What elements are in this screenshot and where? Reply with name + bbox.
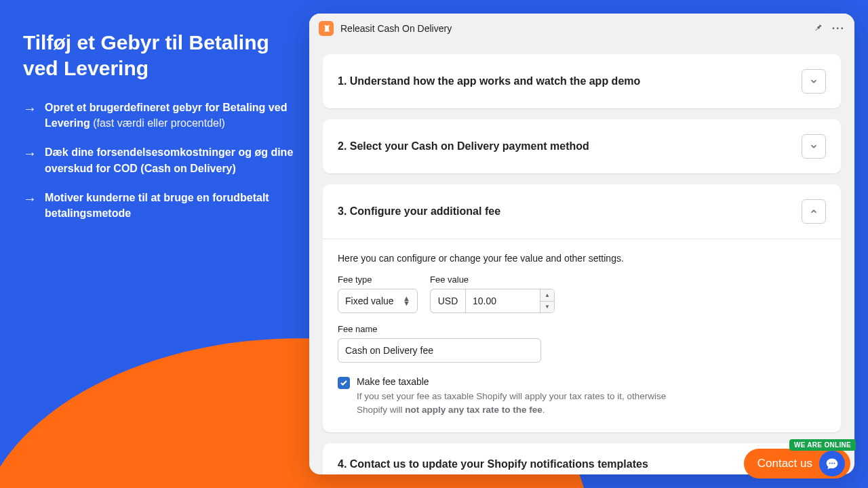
step-down-button[interactable]: ▼ xyxy=(540,302,554,313)
panel-2: 2. Select your Cash on Delivery payment … xyxy=(323,119,841,174)
titlebar: Releasit Cash On Delivery ··· xyxy=(309,14,854,43)
svg-point-1 xyxy=(831,463,833,464)
fee-name-input[interactable]: Cash on Delivery fee xyxy=(338,338,541,363)
bullet-3: → Motiver kunderne til at bruge en forud… xyxy=(23,190,294,221)
bullet-2: → Dæk dine forsendelsesomkostninger og ø… xyxy=(23,144,294,176)
currency-prefix: USD xyxy=(430,289,465,313)
promo-headline: Tilføj et Gebyr til Betaling ved Leverin… xyxy=(23,30,294,81)
online-badge: WE ARE ONLINE xyxy=(789,439,856,451)
panel-3-description: Here you can configure or change your fe… xyxy=(338,253,826,264)
promo-sidebar: Tilføj et Gebyr til Betaling ved Leverin… xyxy=(23,30,294,235)
number-stepper: ▲ ▼ xyxy=(540,289,555,313)
chat-icon xyxy=(819,451,845,476)
fee-amount-input[interactable]: 10.00 xyxy=(465,289,540,313)
panel-4-title: 4. Contact us to update your Shopify not… xyxy=(338,458,648,470)
panel-3-title: 3. Configure your additional fee xyxy=(338,205,500,218)
svg-point-2 xyxy=(833,463,835,464)
fee-type-label: Fee type xyxy=(338,274,418,285)
fee-value-label: Fee value xyxy=(430,274,555,285)
chevron-down-icon[interactable] xyxy=(802,69,826,94)
panel-3-header[interactable]: 3. Configure your additional fee xyxy=(323,184,841,239)
taxable-checkbox[interactable] xyxy=(338,377,350,389)
svg-point-0 xyxy=(829,463,831,464)
fee-name-label: Fee name xyxy=(338,324,826,334)
content-area: 1. Understand how the app works and watc… xyxy=(309,43,854,474)
panel-1-title: 1. Understand how the app works and watc… xyxy=(338,75,640,87)
bullet-1: → Opret et brugerdefineret gebyr for Bet… xyxy=(23,100,294,131)
chevron-up-icon[interactable] xyxy=(802,199,826,224)
arrow-icon: → xyxy=(23,144,37,176)
chevron-down-icon[interactable] xyxy=(802,134,826,159)
app-title: Releasit Cash On Delivery xyxy=(340,23,452,34)
fee-value-field: Fee value USD 10.00 ▲ ▼ xyxy=(430,274,555,313)
panel-3: 3. Configure your additional fee Here yo… xyxy=(323,184,841,432)
app-logo-icon xyxy=(319,21,334,36)
panel-1-header[interactable]: 1. Understand how the app works and watc… xyxy=(323,54,841,108)
pin-icon[interactable] xyxy=(813,22,823,35)
taxable-label: Make fee taxable xyxy=(357,376,682,387)
fee-type-value: Fixed value xyxy=(345,296,394,306)
panel-3-body: Here you can configure or change your fe… xyxy=(323,239,841,432)
promo-bullets: → Opret et brugerdefineret gebyr for Bet… xyxy=(23,100,294,221)
contact-widget: Contact us WE ARE ONLINE xyxy=(744,449,850,479)
panel-2-title: 2. Select your Cash on Delivery payment … xyxy=(338,140,589,152)
taxable-row: Make fee taxable If you set your fee as … xyxy=(338,376,826,416)
taxable-description: If you set your fee as taxable Shopify w… xyxy=(357,390,682,416)
fee-type-select[interactable]: Fixed value ▲▼ xyxy=(338,289,418,313)
fee-type-field: Fee type Fixed value ▲▼ xyxy=(338,274,418,313)
arrow-icon: → xyxy=(23,100,37,131)
panel-2-header[interactable]: 2. Select your Cash on Delivery payment … xyxy=(323,119,841,174)
contact-label: Contact us xyxy=(757,457,812,470)
step-up-button[interactable]: ▲ xyxy=(540,289,554,302)
select-caret-icon: ▲▼ xyxy=(403,296,410,305)
arrow-icon: → xyxy=(23,190,37,221)
contact-button[interactable]: Contact us WE ARE ONLINE xyxy=(744,449,850,479)
more-icon[interactable]: ··· xyxy=(832,22,845,35)
app-window: Releasit Cash On Delivery ··· 1. Underst… xyxy=(309,14,854,474)
fee-name-field: Fee name Cash on Delivery fee xyxy=(338,324,826,363)
panel-1: 1. Understand how the app works and watc… xyxy=(323,54,841,108)
